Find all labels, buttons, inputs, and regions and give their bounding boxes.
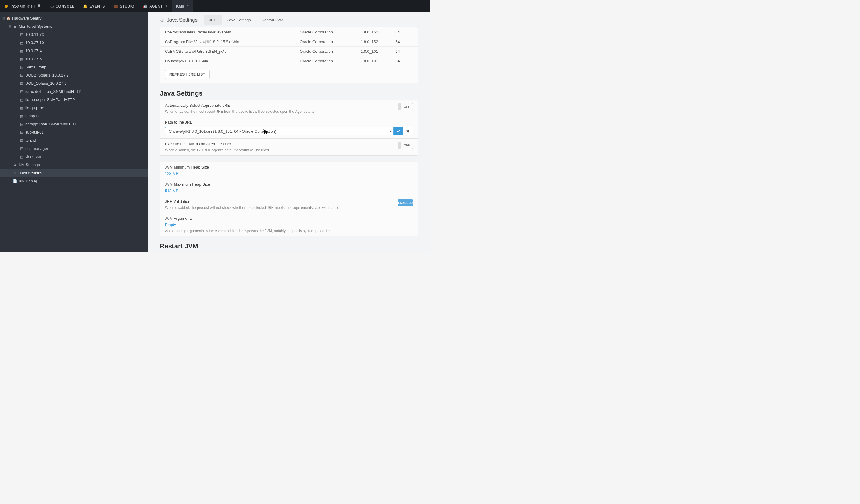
cancel-button[interactable]: ✖ <box>403 127 413 135</box>
server-icon: ▤ <box>19 130 24 134</box>
tree-system-item[interactable]: ▤morgan <box>0 112 148 120</box>
setting-value[interactable]: 512 MB <box>165 188 413 193</box>
console-icon: ▭ <box>51 4 54 9</box>
setting-alt-user: Execute the JVM as an Alternate User Whe… <box>160 138 418 156</box>
tree-system-item[interactable]: ▤ilo-qa-prox <box>0 104 148 112</box>
tree-system-item[interactable]: ▤vioserver <box>0 153 148 161</box>
nav-console[interactable]: ▭ CONSOLE <box>46 0 79 12</box>
setting-jvm-args: JVM Arguments Empty Add arbitrary argume… <box>160 213 418 236</box>
subtab-javasettings[interactable]: Java Settings <box>222 15 256 25</box>
sidebar: ⊟ 🏠 Hardware Sentry ⊟ ≣ Monitored System… <box>0 12 148 252</box>
java-icon: ♨ <box>160 17 164 23</box>
tree-system-item[interactable]: ▤10.0.27.5 <box>0 55 148 63</box>
setting-jre-validation: JRE Validation When disabled, the produc… <box>160 196 418 213</box>
resize-handle-icon[interactable]: ⋮ <box>143 158 147 159</box>
server-icon: ▤ <box>19 49 24 53</box>
cell-version: 1.8.0_101 <box>361 59 395 63</box>
tree-label: 10.0.11.73 <box>24 32 44 37</box>
tree-km-debug[interactable]: 📄 KM Debug <box>0 177 148 185</box>
subtab-restart[interactable]: Restart JVM <box>256 15 289 25</box>
tree-java-settings[interactable]: ♨ Java Settings <box>0 169 148 177</box>
tree-system-item[interactable]: ▤UOB_Solaris_10.0.27.6 <box>0 79 148 87</box>
setting-title: Execute the JVM as an Alternate User <box>165 142 413 146</box>
cell-arch: 64 <box>395 59 413 63</box>
setting-jre-path: Path to the JRE C:\Java\jdk1.8.0_101\bin… <box>160 117 418 138</box>
table-row[interactable]: C:\ProgramData\Oracle\Java\javapathOracl… <box>160 27 418 37</box>
setting-value[interactable]: Empty <box>165 222 413 227</box>
cell-vendor: Oracle Corporation <box>300 49 361 54</box>
table-row[interactable]: C:\Program Files\Java\jdk1.8.0_152\jre\b… <box>160 37 418 47</box>
server-icon: ▤ <box>19 122 24 126</box>
cell-arch: 64 <box>395 40 413 44</box>
cell-vendor: Oracle Corporation <box>300 40 361 44</box>
tree-label: ilo-hp-ceph_SNMPandHTTP <box>24 97 75 102</box>
nav-studio[interactable]: 💼 STUDIO <box>109 0 139 12</box>
nav-agent[interactable]: 🤖 AGENT ▼ <box>139 0 172 12</box>
tree-system-item[interactable]: ▤netapp9-san_SNMPandHTTP <box>0 120 148 128</box>
setting-title: JVM Maximum Heap Size <box>165 182 413 187</box>
tree-monitored[interactable]: ⊟ ≣ Monitored Systems <box>0 22 148 30</box>
tree-system-item[interactable]: ▤idrac-dell-ceph_SNMPandHTTP <box>0 87 148 96</box>
jre-list-card: C:\ProgramData\Oracle\Java\javapathOracl… <box>160 27 418 84</box>
setting-title: JVM Arguments <box>165 216 413 221</box>
jre-path-select[interactable]: C:\Java\jdk1.8.0_101\bin (1.8.0_101, 64 … <box>165 127 393 135</box>
confirm-button[interactable]: ✔ <box>393 127 403 135</box>
nav-kms[interactable]: KMs ▼ <box>172 0 193 12</box>
setting-value[interactable]: 128 MB <box>165 171 413 176</box>
server-icon: ▤ <box>19 146 24 151</box>
collapse-icon[interactable]: ⊟ <box>2 17 5 20</box>
toggle-auto-select[interactable]: OFF <box>398 103 413 110</box>
tree-label: ilo-qa-prox <box>24 105 44 110</box>
chevron-down-icon: ▼ <box>187 5 189 8</box>
tree-km-settings[interactable]: ⚙ KM Settings <box>0 161 148 169</box>
setting-title: JRE Validation <box>165 199 413 204</box>
cell-path: C:\BMCSoftware\Patrol3\SEN_jre\bin <box>165 49 300 54</box>
home-icon: 🏠 <box>5 16 11 20</box>
host-label: pc-sam:3181 <box>12 4 41 9</box>
cell-path: C:\ProgramData\Oracle\Java\javapath <box>165 30 300 34</box>
server-icon: ▤ <box>19 73 24 77</box>
bell-icon: 🔔 <box>83 4 88 9</box>
collapse-icon[interactable]: ⊟ <box>9 25 12 28</box>
toggle-jre-validation[interactable]: ENABLED <box>398 199 413 206</box>
tree-system-item[interactable]: ▤10.0.27.4 <box>0 47 148 55</box>
cell-vendor: Oracle Corporation <box>300 30 361 34</box>
tree-system-item[interactable]: ▤UOB2_Solaris_10.0.27.7 <box>0 71 148 79</box>
setting-title: Path to the JRE <box>165 120 413 125</box>
setting-title: JVM Minimum Heap Size <box>165 165 413 169</box>
table-row[interactable]: C:\Java\jdk1.8.0_101\binOracle Corporati… <box>160 56 418 66</box>
page-title: ♨ Java Settings <box>160 17 198 23</box>
tree-root[interactable]: ⊟ 🏠 Hardware Sentry <box>0 14 148 22</box>
toggle-alt-user[interactable]: OFF <box>398 142 413 149</box>
topbar: pc-sam:3181 ▭ CONSOLE 🔔 EVENTS 💼 STUDIO … <box>0 0 430 12</box>
tree-system-item[interactable]: ▤toland <box>0 136 148 144</box>
server-icon: ▤ <box>19 138 24 143</box>
tree-label: morgan <box>24 114 39 118</box>
tree-system-item[interactable]: ▤ilo-hp-ceph_SNMPandHTTP <box>0 96 148 104</box>
server-icon: ▤ <box>19 57 24 61</box>
cell-vendor: Oracle Corporation <box>300 59 361 63</box>
tree-system-item[interactable]: ▤10.0.27.10 <box>0 39 148 47</box>
cell-version: 1.8.0_152 <box>361 30 395 34</box>
section-restart-title: Restart JVM <box>160 242 418 250</box>
server-icon: ▤ <box>19 98 24 102</box>
cell-version: 1.8.0_152 <box>361 40 395 44</box>
tree-system-item[interactable]: ▤10.0.11.73 <box>0 30 148 39</box>
setting-max-heap: JVM Maximum Heap Size 512 MB <box>160 179 418 196</box>
tree-system-item[interactable]: ▤ucs-manager <box>0 144 148 153</box>
tree-system-item[interactable]: ▤SamsGroup <box>0 63 148 71</box>
nav-events[interactable]: 🔔 EVENTS <box>79 0 109 12</box>
cell-version: 1.8.0_101 <box>361 49 395 54</box>
briefcase-icon: 💼 <box>113 4 118 9</box>
cell-arch: 64 <box>395 30 413 34</box>
cell-arch: 64 <box>395 49 413 54</box>
tree-label: idrac-dell-ceph_SNMPandHTTP <box>24 89 82 94</box>
tree-label: vioserver <box>24 154 41 159</box>
server-icon: ▤ <box>19 114 24 118</box>
subtab-jre[interactable]: JRE <box>203 15 222 25</box>
refresh-jre-button[interactable]: REFRESH JRE LIST <box>165 70 210 79</box>
table-row[interactable]: C:\BMCSoftware\Patrol3\SEN_jre\binOracle… <box>160 47 418 56</box>
server-icon: ▤ <box>19 82 24 86</box>
tree-system-item[interactable]: ▤sup-fuji-01 <box>0 128 148 136</box>
java-icon: ♨ <box>12 171 17 175</box>
